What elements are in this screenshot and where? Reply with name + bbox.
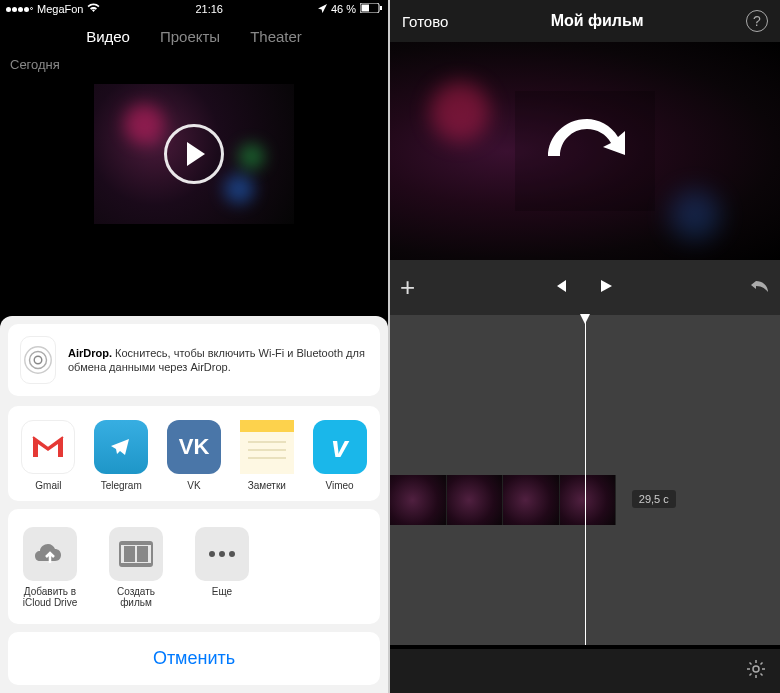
carrier-label: MegaFon <box>37 3 83 15</box>
timeline-area[interactable]: 29,5 с <box>390 315 780 645</box>
footer-bar <box>390 649 780 693</box>
svg-rect-14 <box>120 542 152 545</box>
wifi-icon <box>87 3 100 15</box>
location-icon <box>318 3 327 15</box>
undo-button[interactable] <box>750 279 770 297</box>
action-create-movie[interactable]: Создать фильм <box>100 527 172 608</box>
airdrop-text: AirDrop. Коснитесь, чтобы включить Wi-Fi… <box>68 346 368 375</box>
share-actions-row: Добавить в iCloud Drive Создать фильм Ещ… <box>8 509 380 624</box>
video-clip[interactable] <box>390 475 616 525</box>
share-app-notes[interactable]: Заметки <box>232 420 301 491</box>
action-icloud[interactable]: Добавить в iCloud Drive <box>14 527 86 608</box>
svg-point-19 <box>753 666 759 672</box>
settings-button[interactable] <box>746 665 766 682</box>
svg-rect-2 <box>380 6 382 10</box>
share-apps-row: Gmail Telegram VK VK <box>8 406 380 501</box>
top-tabs: Видео Проекты Theater <box>0 18 388 51</box>
vk-icon: VK <box>167 420 221 474</box>
play-icon[interactable] <box>164 124 224 184</box>
svg-point-17 <box>219 551 225 557</box>
share-sheet: AirDrop. Коснитесь, чтобы включить Wi-Fi… <box>0 316 388 693</box>
battery-icon <box>360 3 382 15</box>
svg-rect-15 <box>120 563 152 566</box>
share-app-vk[interactable]: VK VK <box>160 420 229 491</box>
play-button[interactable] <box>598 278 614 298</box>
svg-rect-13 <box>137 546 148 562</box>
rotate-overlay <box>515 91 655 211</box>
svg-rect-1 <box>362 5 370 12</box>
signal-icon <box>6 7 33 12</box>
notes-icon <box>240 420 294 474</box>
vimeo-icon: v <box>313 420 367 474</box>
svg-point-4 <box>30 352 47 369</box>
video-preview-area[interactable] <box>390 42 780 260</box>
add-media-button[interactable]: + <box>400 272 415 303</box>
done-button[interactable]: Готово <box>402 13 448 30</box>
duration-label: 29,5 с <box>632 490 676 508</box>
status-bar: MegaFon 21:16 46 % <box>0 0 388 18</box>
airdrop-icon <box>20 336 56 384</box>
video-thumbnail[interactable] <box>94 84 294 224</box>
battery-label: 46 % <box>331 3 356 15</box>
right-phone-screen: Готово Мой фильм ? + <box>390 0 780 693</box>
gmail-icon <box>21 420 75 474</box>
imovie-header: Готово Мой фильм ? <box>390 0 780 42</box>
cancel-button[interactable]: Отменить <box>8 632 380 685</box>
svg-point-3 <box>34 356 42 364</box>
clock-label: 21:16 <box>195 3 223 15</box>
svg-rect-12 <box>124 546 135 562</box>
svg-point-16 <box>209 551 215 557</box>
more-icon <box>195 527 249 581</box>
share-app-vimeo[interactable]: v Vimeo <box>305 420 374 491</box>
share-app-gmail[interactable]: Gmail <box>14 420 83 491</box>
action-more[interactable]: Еще <box>186 527 258 608</box>
tab-projects[interactable]: Проекты <box>160 28 220 45</box>
svg-rect-7 <box>240 432 294 474</box>
svg-rect-6 <box>240 420 294 432</box>
help-button[interactable]: ? <box>746 10 768 32</box>
svg-point-5 <box>25 347 51 373</box>
skip-back-button[interactable] <box>552 278 568 298</box>
project-title: Мой фильм <box>551 12 644 30</box>
timeline-toolbar: + <box>390 260 780 315</box>
share-app-telegram[interactable]: Telegram <box>87 420 156 491</box>
left-phone-screen: MegaFon 21:16 46 % Видео Проекты Theater <box>0 0 390 693</box>
section-today: Сегодня <box>0 51 388 78</box>
tab-theater[interactable]: Theater <box>250 28 302 45</box>
airdrop-row[interactable]: AirDrop. Коснитесь, чтобы включить Wi-Fi… <box>8 324 380 396</box>
cloud-upload-icon <box>23 527 77 581</box>
film-icon <box>109 527 163 581</box>
telegram-icon <box>94 420 148 474</box>
svg-point-18 <box>229 551 235 557</box>
playhead[interactable] <box>585 315 586 645</box>
tab-video[interactable]: Видео <box>86 28 130 45</box>
rotate-icon <box>540 111 630 191</box>
